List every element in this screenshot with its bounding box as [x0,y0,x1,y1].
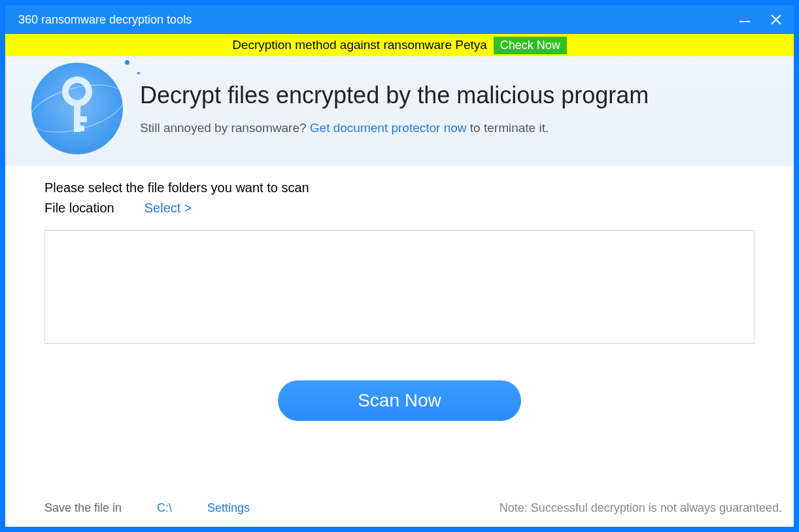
select-folder-link[interactable]: Select > [144,201,192,216]
footer-note: Note: Successful decryption is not alway… [500,501,782,515]
window-controls [735,10,794,29]
hero-section: Decrypt files encrypted by the malicious… [5,56,794,166]
hero-sub-prefix: Still annoyed by ransomware? [140,121,310,135]
hero-sub-suffix: to terminate it. [467,121,549,135]
folder-list[interactable] [44,230,755,344]
save-path-link[interactable]: C:\ [157,501,172,515]
close-icon [770,13,783,26]
footer: Save the file in C:\ Settings Note: Succ… [5,501,794,527]
document-protector-link[interactable]: Get document protector now [310,121,467,135]
dot-icon [137,72,140,75]
main-content: Please select the file folders you want … [5,166,794,501]
minimize-button[interactable] [735,10,755,29]
window-title: 360 ransomware decryption tools [18,13,735,27]
scan-now-button[interactable]: Scan Now [278,380,521,421]
hero-text: Decrypt files encrypted by the malicious… [140,82,781,135]
hero-title: Decrypt files encrypted by the malicious… [140,82,781,109]
minimize-icon [738,12,752,27]
banner-text: Decryption method against ransomware Pet… [232,38,487,52]
file-location-row: File location Select > [44,201,755,216]
settings-link[interactable]: Settings [207,501,250,515]
close-button[interactable] [766,10,786,29]
key-badge-icon [31,63,123,154]
instruction-text: Please select the file folders you want … [44,180,755,195]
app-window: 360 ransomware decryption tools Decrypti… [5,5,794,527]
promo-banner: Decryption method against ransomware Pet… [5,34,794,56]
save-file-label: Save the file in [44,501,122,515]
file-location-label: File location [44,201,114,216]
hero-subtitle: Still annoyed by ransomware? Get documen… [140,121,781,135]
check-now-button[interactable]: Check Now [494,37,567,54]
scan-button-wrap: Scan Now [44,380,755,421]
titlebar: 360 ransomware decryption tools [5,5,794,34]
dot-icon [125,60,129,65]
